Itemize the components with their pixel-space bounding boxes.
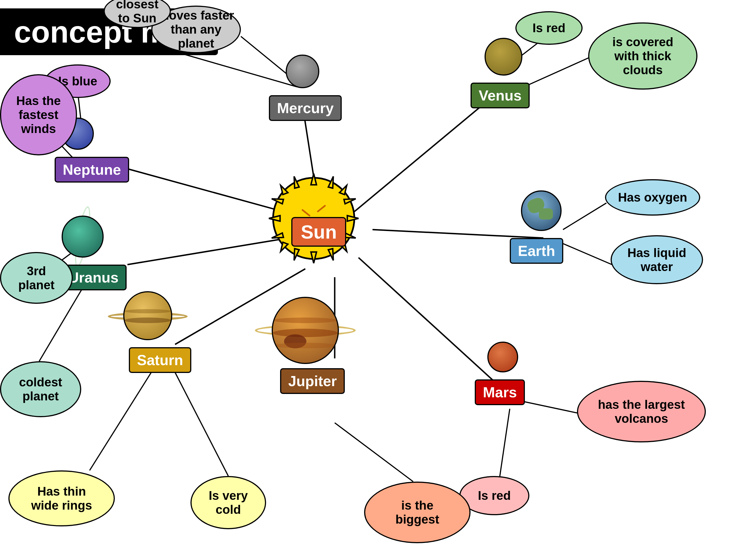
- venus-label: Venus: [470, 83, 530, 108]
- fact-saturn-cold: Is verycold: [190, 476, 266, 529]
- svg-line-12: [563, 203, 607, 230]
- sun-label: Sun: [291, 217, 346, 247]
- mars-planet: [487, 342, 518, 372]
- fact-uranus-3rd: 3rdplanet: [0, 252, 73, 304]
- fact-earth-oxygen: Has oxygen: [605, 179, 700, 216]
- svg-line-14: [518, 400, 584, 415]
- svg-line-13: [563, 244, 612, 265]
- svg-marker-27: [347, 216, 359, 221]
- svg-marker-26: [269, 216, 280, 221]
- mercury-planet: [286, 55, 319, 88]
- saturn-planet: [123, 291, 172, 340]
- fact-neptune-winds: Has thefastestwinds: [0, 74, 77, 155]
- fact-earth-water: Has liquidwater: [611, 235, 703, 284]
- jupiter-planet: [272, 297, 339, 364]
- fact-venus-red: Is red: [515, 11, 583, 45]
- fact-venus-clouds: is coveredwith thickclouds: [588, 22, 697, 89]
- mercury-label: Mercury: [269, 95, 342, 121]
- jupiter-label: Jupiter: [280, 368, 345, 394]
- sun-planet: Sun: [269, 174, 359, 263]
- svg-line-17: [175, 372, 228, 476]
- mars-label: Mars: [475, 379, 525, 405]
- uranus-planet: [61, 216, 104, 258]
- svg-marker-24: [311, 174, 316, 185]
- saturn-label: Saturn: [129, 347, 191, 373]
- fact-jupiter-biggest: is thebiggest: [364, 482, 470, 543]
- earth-planet: [521, 190, 562, 231]
- fact-uranus-coldest: coldestplanet: [0, 361, 81, 417]
- svg-line-18: [89, 372, 151, 471]
- earth-label: Earth: [510, 238, 563, 264]
- svg-line-11: [521, 57, 590, 88]
- venus-planet: [485, 38, 522, 76]
- svg-marker-25: [311, 252, 316, 263]
- fact-mars-volcanos: has the largestvolcanos: [577, 381, 706, 443]
- svg-line-3: [359, 258, 503, 389]
- neptune-label: Neptune: [55, 157, 129, 183]
- fact-saturn-rings: Has thinwide rings: [8, 471, 115, 526]
- svg-line-2: [372, 230, 543, 238]
- svg-line-16: [335, 423, 413, 482]
